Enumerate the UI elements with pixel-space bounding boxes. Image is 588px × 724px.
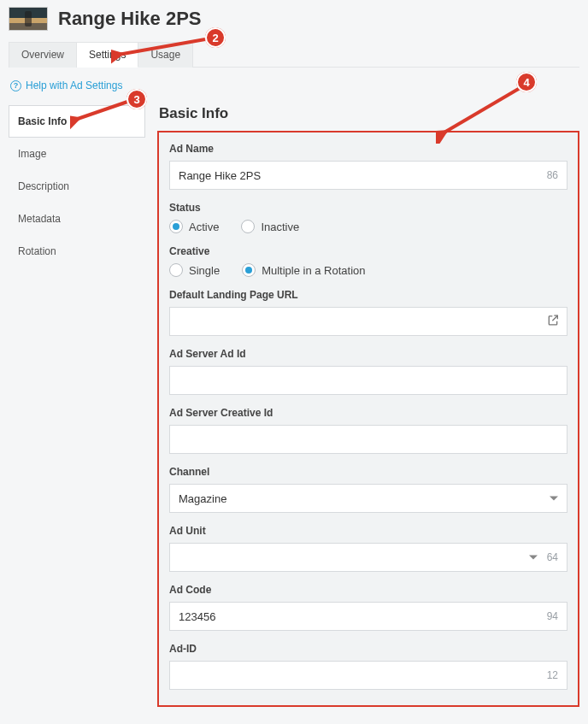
sidebar-item-description[interactable]: Description — [9, 170, 145, 203]
ad-id-count: 12 — [547, 669, 558, 681]
help-link-label: Help with Ad Settings — [26, 79, 122, 91]
settings-sidebar: Basic Info Image Description Metadata Ro… — [9, 105, 145, 707]
ad-unit-select[interactable]: 64 — [169, 543, 567, 572]
chevron-down-icon — [529, 556, 538, 560]
channel-value[interactable] — [170, 485, 567, 512]
creative-label: Creative — [169, 245, 567, 257]
annotation-4: 4 — [516, 72, 537, 92]
creative-option-single: Single — [189, 264, 220, 277]
ad-server-cr-input[interactable] — [170, 426, 567, 453]
annotation-3: 3 — [126, 89, 147, 109]
ad-unit-count: 64 — [547, 551, 558, 563]
radio-dot-icon — [241, 220, 255, 233]
ad-id-label: Ad-ID — [169, 643, 567, 655]
landing-url-label: Default Landing Page URL — [169, 289, 567, 301]
status-label: Status — [169, 202, 567, 214]
landing-url-input[interactable] — [170, 308, 567, 335]
help-icon: ? — [10, 80, 21, 91]
radio-dot-icon — [242, 263, 256, 277]
sidebar-item-metadata[interactable]: Metadata — [9, 203, 145, 235]
ad-code-input[interactable] — [170, 603, 567, 630]
tab-usage[interactable]: Usage — [138, 42, 193, 68]
status-radio-inactive[interactable]: Inactive — [241, 220, 299, 233]
ad-unit-value[interactable] — [170, 544, 567, 571]
channel-select[interactable] — [169, 484, 567, 513]
ad-unit-label: Ad Unit — [169, 525, 567, 537]
ad-code-label: Ad Code — [169, 584, 567, 596]
ad-thumbnail — [9, 7, 48, 31]
ad-name-count: 86 — [547, 169, 558, 181]
sidebar-item-image[interactable]: Image — [9, 138, 145, 170]
ad-server-ad-label: Ad Server Ad Id — [169, 348, 567, 360]
tab-settings[interactable]: Settings — [77, 42, 138, 68]
annotation-2: 2 — [205, 27, 226, 48]
external-link-icon[interactable] — [546, 314, 560, 330]
ad-id-input[interactable] — [170, 662, 567, 689]
tab-bar: Overview Settings Usage — [9, 41, 579, 68]
sidebar-item-rotation[interactable]: Rotation — [9, 235, 145, 268]
radio-dot-icon — [169, 263, 183, 277]
creative-radio-single[interactable]: Single — [169, 263, 220, 277]
section-title: Basic Info — [157, 105, 579, 131]
ad-server-ad-input[interactable] — [170, 367, 567, 394]
tab-overview[interactable]: Overview — [9, 42, 77, 68]
help-link[interactable]: ? Help with Ad Settings — [10, 79, 122, 91]
ad-name-label: Ad Name — [169, 143, 567, 155]
status-radio-active[interactable]: Active — [169, 220, 219, 233]
chevron-down-icon — [550, 497, 558, 501]
creative-option-multiple: Multiple in a Rotation — [262, 264, 365, 277]
page-title: Range Hike 2PS — [58, 8, 202, 30]
ad-name-input[interactable] — [170, 162, 567, 189]
status-option-active: Active — [189, 221, 219, 233]
ad-server-cr-label: Ad Server Creative Id — [169, 407, 567, 419]
ad-code-count: 94 — [547, 610, 558, 622]
basic-info-panel: Ad Name 86 Status Active — [157, 131, 579, 707]
channel-label: Channel — [169, 466, 567, 478]
creative-radio-multiple[interactable]: Multiple in a Rotation — [242, 263, 365, 277]
sidebar-item-basic-info[interactable]: Basic Info — [9, 105, 145, 138]
radio-dot-icon — [169, 220, 183, 233]
status-option-inactive: Inactive — [261, 221, 299, 233]
